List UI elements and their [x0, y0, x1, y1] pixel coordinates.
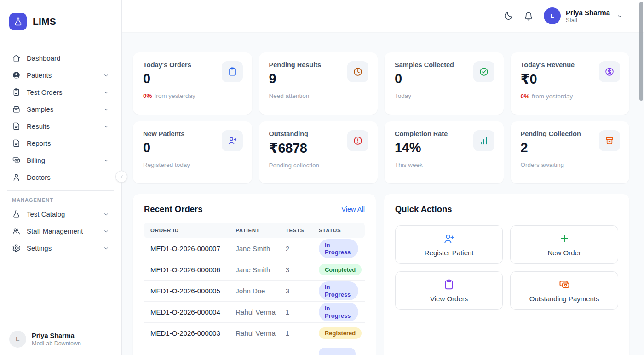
tests-count: 1 — [286, 329, 319, 337]
quick-action-view-orders[interactable]: View Orders — [395, 271, 503, 310]
management-section-label: MANAGEMENT — [0, 194, 121, 206]
status-badge: In Progress — [319, 303, 358, 321]
table-row-med1-o-2026-000004[interactable]: MED1-O-2026-000004 Rahul Verma 1 In Prog… — [144, 302, 365, 323]
patient-name: Jane Smith — [236, 266, 285, 274]
quick-action-outstanding-payments[interactable]: Outstanding Payments — [510, 271, 618, 310]
chevron-down-icon — [616, 13, 623, 19]
user-menu[interactable]: L Priya Sharma Staff — [544, 7, 623, 24]
dollar-circle-icon — [604, 67, 615, 77]
status-badge: Completed — [319, 264, 362, 276]
vertical-scrollbar-thumb[interactable] — [639, 2, 643, 101]
sidebar-item-test-catalog[interactable]: Test Catalog — [7, 206, 114, 223]
user-plus-icon — [227, 136, 237, 146]
sidebar-item-doctors[interactable]: Doctors — [7, 169, 114, 186]
user-role: Staff — [566, 17, 610, 23]
stat-subtext: Need attention — [269, 92, 368, 99]
bar-chart-icon — [479, 136, 489, 146]
sidebar-item-reports[interactable]: Reports — [7, 135, 114, 152]
patient-icon — [12, 71, 21, 80]
stat-icon-chip — [347, 61, 368, 82]
cash-icon — [12, 156, 21, 165]
quick-action-register-patient[interactable]: Register Patient — [395, 225, 503, 264]
users-icon — [12, 227, 21, 235]
chevron-down-icon — [103, 123, 109, 130]
sidebar-user-card[interactable]: L Priya Sharma MedLab Downtown — [0, 323, 121, 355]
home-icon — [12, 54, 21, 63]
stat-change: 0% — [521, 93, 530, 100]
dashboard-content: Today's Orders 0 0%from yesterday Pendin… — [122, 32, 644, 355]
gear-icon — [12, 244, 21, 252]
bell-icon — [523, 11, 534, 21]
quick-action-label: View Orders — [430, 295, 468, 303]
order-id: MED1-O-2026-000003 — [150, 329, 236, 337]
sidebar-item-dashboard[interactable]: Dashboard — [7, 50, 114, 67]
sidebar-item-label: Test Catalog — [27, 210, 65, 218]
stat-icon-chip — [222, 61, 243, 82]
tests-count: 3 — [286, 266, 319, 274]
user-organization: MedLab Downtown — [32, 340, 81, 347]
stat-icon-chip — [222, 130, 243, 151]
app-logo: LIMS — [0, 0, 121, 30]
view-all-link[interactable]: View All — [341, 206, 365, 213]
avatar: L — [9, 331, 26, 348]
dark-mode-toggle[interactable] — [503, 11, 513, 21]
column-tests: TESTS — [286, 228, 319, 233]
table-row-med1-o-2026-000006[interactable]: MED1-O-2026-000006 Jane Smith 3 Complete… — [144, 259, 365, 281]
sidebar-item-settings[interactable]: Settings — [7, 240, 114, 257]
sidebar-item-billing[interactable]: Billing — [7, 152, 114, 169]
table-row-med1-o-2026-000005[interactable]: MED1-O-2026-000005 John Doe 3 In Progres… — [144, 281, 365, 302]
sidebar-collapse-button[interactable] — [115, 171, 127, 183]
quick-action-new-order[interactable]: New Order — [510, 225, 618, 264]
sidebar-item-test-orders[interactable]: Test Orders — [7, 84, 114, 101]
status-badge: In Progress — [319, 239, 358, 258]
stat-card-outstanding: Outstanding ₹6878 Pending collection — [259, 121, 378, 183]
chevron-down-icon — [103, 89, 109, 96]
sidebar-item-results[interactable]: Results — [7, 118, 114, 135]
sidebar: LIMS Dashboard Patients Test Orders Sa — [0, 0, 122, 355]
user-plus-icon — [443, 233, 455, 245]
chevron-down-icon — [103, 157, 109, 164]
quick-actions-grid: Register Patient New Order View Orders O… — [395, 225, 618, 310]
person-icon — [12, 173, 21, 182]
app-root: LIMS Dashboard Patients Test Orders Sa — [0, 0, 644, 355]
clipboard-plain-icon — [227, 67, 237, 77]
clock-icon — [353, 67, 363, 77]
recent-orders-title: Recent Orders — [144, 204, 203, 214]
column-order-id: ORDER ID — [150, 228, 236, 233]
patient-name: Rahul Verma — [236, 308, 285, 316]
tests-count: 2 — [286, 245, 319, 252]
sidebar-item-samples[interactable]: Samples — [7, 101, 114, 118]
status-badge: Registered — [319, 327, 362, 339]
samples-icon — [12, 105, 21, 114]
sidebar-nav: Dashboard Patients Test Orders Samples — [0, 50, 121, 186]
stat-subtext: Orders awaiting — [521, 161, 620, 168]
sidebar-item-staff-management[interactable]: Staff Management — [7, 223, 114, 240]
sidebar-item-label: Settings — [27, 244, 52, 252]
stat-card-today-s-revenue: Today's Revenue ₹0 0%from yesterday — [511, 52, 630, 115]
order-id: MED1-O-2026-000007 — [150, 245, 236, 252]
document-icon — [12, 122, 21, 131]
app-title: LIMS — [33, 16, 56, 27]
sidebar-item-label: Patients — [27, 71, 52, 79]
sidebar-item-patients[interactable]: Patients — [7, 67, 114, 84]
stat-icon-chip — [473, 130, 494, 151]
tests-count: 3 — [286, 287, 319, 295]
table-row-med1-o-2026-000007[interactable]: MED1-O-2026-000007 Jane Smith 2 In Progr… — [144, 238, 365, 259]
stat-subtext: Today — [395, 92, 494, 99]
quick-action-label: Outstanding Payments — [529, 295, 599, 303]
main-area: L Priya Sharma Staff Today's Orders 0 0%… — [122, 0, 644, 355]
stat-cards-grid: Today's Orders 0 0%from yesterday Pendin… — [133, 52, 629, 183]
stat-card-completion-rate: Completion Rate 14% This week — [385, 121, 504, 183]
clipboard-icon — [12, 88, 21, 97]
status-badge: In Progress — [319, 281, 358, 300]
stat-icon-chip — [347, 130, 368, 151]
notifications-button[interactable] — [523, 11, 534, 21]
table-row-partial — [144, 344, 365, 355]
stat-card-samples-collected: Samples Collected 0 Today — [385, 52, 504, 115]
sidebar-item-label: Billing — [27, 156, 45, 164]
sidebar-item-label: Samples — [27, 105, 53, 113]
chevron-down-icon — [103, 72, 109, 79]
table-row-med1-o-2026-000003[interactable]: MED1-O-2026-000003 Rahul Verma 1 Registe… — [144, 323, 365, 344]
clipboard-plain-icon — [443, 279, 455, 291]
chevron-down-icon — [103, 211, 109, 218]
